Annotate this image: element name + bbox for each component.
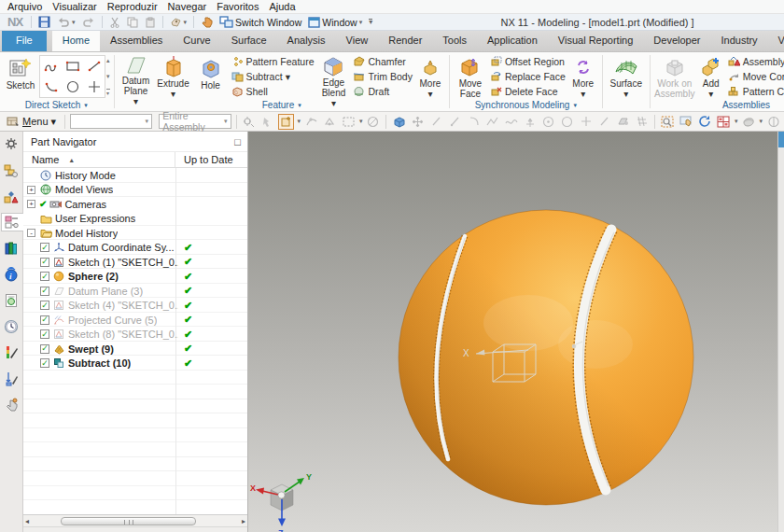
system-visualization-icon[interactable] bbox=[2, 370, 21, 388]
save-button[interactable] bbox=[36, 15, 52, 30]
synchronous-more-button[interactable]: More▾ bbox=[567, 54, 599, 99]
tree-row-sketch-4-sketch-0[interactable]: ✓Sketch (4) "SKETCH_0...✔ bbox=[23, 299, 247, 314]
line-glyph-1[interactable] bbox=[428, 114, 444, 130]
dropdown-icon[interactable]: ▾ bbox=[759, 118, 763, 125]
selection-scope-combo[interactable]: Entire Assembly▾ bbox=[159, 114, 231, 129]
tab-file[interactable]: File bbox=[2, 31, 47, 51]
dropdown-icon[interactable]: ▾ bbox=[359, 19, 363, 26]
point-on-curve-icon[interactable] bbox=[303, 114, 319, 130]
panel-maximize-icon[interactable]: □ bbox=[234, 136, 241, 147]
filter-settings-icon[interactable] bbox=[241, 114, 257, 130]
group-dialog-icon[interactable]: ▾ bbox=[573, 102, 577, 109]
visibility-checkbox[interactable]: ✓ bbox=[40, 344, 49, 354]
tree-row-history-mode[interactable]: History Mode bbox=[23, 168, 247, 183]
assembly-navigator-icon[interactable] bbox=[2, 161, 21, 179]
scrollbar-thumb[interactable] bbox=[778, 132, 784, 147]
tree-row-sketch-1-sketch-0[interactable]: ✓Sketch (1) "SKETCH_0...✔ bbox=[23, 255, 247, 270]
tree-row-model-views[interactable]: +Model Views bbox=[23, 183, 247, 198]
line-glyph-2[interactable] bbox=[447, 114, 463, 130]
snap-options-icon[interactable] bbox=[322, 114, 338, 130]
grid-glyph[interactable] bbox=[634, 114, 650, 130]
scroll-left-icon[interactable]: ◂ bbox=[25, 517, 29, 525]
gallery-up-icon[interactable]: ▴ bbox=[106, 57, 110, 64]
vertical-scrollbar[interactable] bbox=[777, 132, 784, 532]
tab-visual-reporting[interactable]: Visual Reporting bbox=[548, 31, 644, 51]
redo-button[interactable] bbox=[80, 15, 97, 30]
window-menu-button[interactable]: Window▾ bbox=[306, 15, 364, 30]
replace-face-button[interactable]: Replace Face bbox=[490, 69, 566, 84]
column-header-name[interactable]: Name▲ bbox=[23, 152, 175, 167]
touch-gesture-icon[interactable] bbox=[2, 396, 21, 414]
visibility-checkbox[interactable]: ✓ bbox=[40, 315, 49, 325]
hole-button[interactable]: Hole bbox=[192, 54, 230, 99]
tab-home[interactable]: Home bbox=[52, 31, 100, 51]
pattern-feature-button[interactable]: Pattern Feature bbox=[231, 54, 315, 69]
visibility-checkbox[interactable]: ✓ bbox=[40, 243, 49, 252]
surface-button[interactable]: Surface▾ bbox=[606, 54, 647, 99]
point-glyph[interactable] bbox=[578, 114, 594, 130]
face-glyph[interactable] bbox=[615, 114, 631, 130]
tab-analysis[interactable]: Analysis bbox=[277, 31, 336, 51]
cut-button[interactable] bbox=[107, 15, 122, 30]
select-priority-icon[interactable] bbox=[259, 114, 275, 130]
visibility-checkbox[interactable]: ✓ bbox=[40, 287, 49, 296]
tree-row-swept-9[interactable]: ✓Swept (9)✔ bbox=[23, 342, 247, 357]
rectangle-tool[interactable] bbox=[62, 56, 83, 77]
tree-row-sketch-8-sketch-0[interactable]: ✓Sketch (8) "SKETCH_0...✔ bbox=[23, 328, 247, 343]
arc-glyph[interactable] bbox=[466, 114, 482, 130]
tab-curve[interactable]: Curve bbox=[173, 31, 220, 51]
slash-glyph[interactable] bbox=[596, 114, 612, 130]
scroll-right-icon[interactable]: ▸ bbox=[242, 517, 245, 525]
gallery-scroll[interactable]: ▴ ▾ ▾ bbox=[105, 54, 111, 99]
spline-glyph[interactable] bbox=[503, 114, 519, 130]
expand-icon[interactable]: + bbox=[27, 200, 35, 208]
visibility-checkbox[interactable]: ✓ bbox=[40, 272, 49, 281]
dropdown-icon[interactable]: ▾ bbox=[297, 118, 301, 125]
tab-surface[interactable]: Surface bbox=[221, 31, 277, 51]
rotate-view-icon[interactable] bbox=[697, 114, 713, 130]
visibility-checkbox[interactable]: ✓ bbox=[40, 258, 49, 267]
shaded-wireframe-icon[interactable] bbox=[391, 114, 407, 130]
tab-vehicle-design-automation[interactable]: Vehicle Design Automation bbox=[768, 31, 784, 51]
dropdown-icon[interactable]: ▾ bbox=[735, 118, 738, 125]
move-component-button[interactable]: Move Component bbox=[728, 69, 784, 84]
visibility-checkbox[interactable]: ✓ bbox=[40, 329, 49, 339]
tree-row-subtract-10[interactable]: ✓Subtract (10)✔ bbox=[23, 357, 247, 371]
graphics-viewport[interactable]: X X Y Z bbox=[248, 132, 777, 532]
menu-favoritos[interactable]: Favoritos bbox=[214, 1, 266, 12]
history-icon[interactable] bbox=[2, 291, 21, 310]
datum-plane-button[interactable]: Datum Plane▾ bbox=[118, 54, 155, 99]
tab-view[interactable]: View bbox=[336, 31, 379, 51]
command-finder-button[interactable]: ▾ bbox=[168, 15, 189, 30]
feature-more-button[interactable]: More▾ bbox=[414, 54, 446, 99]
pan-icon[interactable] bbox=[679, 114, 694, 130]
sketch-button[interactable]: Sketch bbox=[2, 54, 39, 99]
tab-tools[interactable]: Tools bbox=[432, 31, 477, 51]
selection-filter-combo[interactable]: ▾ bbox=[70, 114, 152, 129]
trim-body-button[interactable]: Trim Body bbox=[353, 69, 412, 84]
rectangle-select-icon[interactable] bbox=[341, 114, 357, 130]
delete-face-button[interactable]: Delete Face bbox=[490, 84, 566, 99]
circle-point-glyph[interactable] bbox=[540, 114, 556, 130]
web-browser-icon[interactable]: i bbox=[2, 265, 21, 284]
group-dialog-icon[interactable]: ▾ bbox=[84, 102, 88, 109]
chamfer-button[interactable]: Chamfer bbox=[353, 54, 412, 69]
circle-glyph[interactable] bbox=[559, 114, 575, 130]
process-studio-icon[interactable] bbox=[2, 317, 21, 336]
polyline-glyph[interactable] bbox=[484, 114, 500, 130]
edge-blend-button[interactable]: Edge Blend▾ bbox=[315, 54, 351, 99]
menu-arquivo[interactable]: Arquivo bbox=[5, 1, 49, 12]
draft-button[interactable]: Draft bbox=[353, 84, 412, 99]
tree-row-model-history[interactable]: -Model History bbox=[23, 226, 247, 241]
menu-ajuda[interactable]: Ajuda bbox=[266, 1, 302, 12]
add-component-button[interactable]: Add▾ bbox=[696, 54, 726, 99]
column-header-up-to-date[interactable]: Up to Date bbox=[175, 154, 247, 165]
roller-gear-icon[interactable] bbox=[2, 134, 21, 153]
menu-visualizar[interactable]: Visualizar bbox=[49, 1, 105, 12]
work-on-assembly-button[interactable]: Work on Assembly bbox=[653, 54, 696, 99]
tile-windows-icon[interactable] bbox=[716, 114, 732, 130]
scrollbar-thumb[interactable] bbox=[61, 517, 196, 525]
line-tool[interactable] bbox=[83, 56, 105, 77]
customize-qat-button[interactable]: ▾ bbox=[367, 15, 374, 30]
profile-tool[interactable] bbox=[40, 56, 62, 77]
